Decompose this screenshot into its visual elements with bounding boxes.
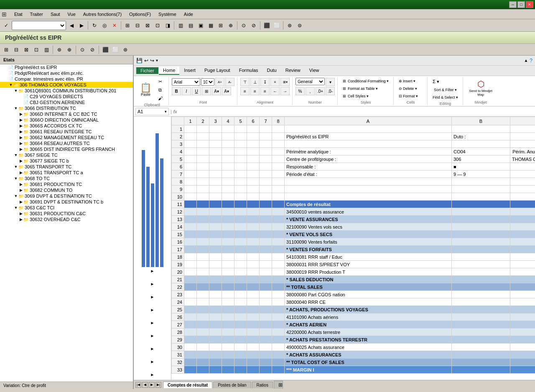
table-cell[interactable]	[272, 193, 285, 201]
table-cell[interactable]	[234, 238, 247, 246]
center-align-button[interactable]: ≡	[250, 87, 260, 95]
table-cell[interactable]	[234, 253, 247, 261]
table-cell[interactable]	[184, 306, 197, 313]
table-cell[interactable]: * ACHATS AERIEN	[285, 321, 452, 328]
table-cell[interactable]	[272, 336, 285, 344]
toolbar-btn-8[interactable]: ▤	[186, 21, 195, 30]
table-cell[interactable]	[222, 238, 234, 246]
tab-next-btn[interactable]: ▶	[149, 382, 155, 388]
table-cell[interactable]	[260, 298, 272, 306]
table-cell[interactable]	[222, 186, 234, 193]
table-cell[interactable]	[197, 321, 209, 328]
window-controls[interactable]: ─ □ ✕	[509, 1, 533, 8]
table-cell[interactable]	[197, 208, 209, 216]
table-cell[interactable]	[510, 344, 535, 351]
table-cell[interactable]	[184, 208, 197, 216]
underline-button[interactable]: U	[192, 87, 201, 95]
table-cell[interactable]	[209, 268, 222, 276]
table-cell[interactable]	[510, 366, 535, 374]
tb2-btn2[interactable]: ⊟	[12, 45, 21, 54]
table-cell[interactable]	[247, 351, 260, 359]
col-header-e[interactable]: 5	[234, 117, 247, 125]
table-cell[interactable]	[285, 178, 452, 186]
tree-item-3063[interactable]: ▼ 📁 3063 C&C TCI	[0, 205, 133, 211]
toolbar-btn-14[interactable]: ⊘	[249, 21, 258, 30]
table-cell[interactable]	[222, 163, 234, 171]
table-cell[interactable]	[222, 359, 234, 366]
table-cell[interactable]	[510, 291, 535, 298]
table-cell[interactable]	[184, 133, 197, 140]
comma-button[interactable]: ,	[306, 87, 315, 95]
table-cell[interactable]: Période d'état :	[285, 171, 452, 178]
table-cell[interactable]	[510, 178, 535, 186]
tab-prev-btn[interactable]: ◀	[142, 382, 148, 388]
table-cell[interactable]	[247, 140, 260, 148]
copy-button[interactable]: ⧉	[154, 86, 166, 94]
tree-item-30631[interactable]: ▶ 📁 30631 PRODUCTION C&C	[0, 211, 133, 216]
table-cell[interactable]	[234, 125, 247, 133]
table-cell[interactable]: Périm. Anu. TCook Voyages	[510, 148, 535, 155]
decrease-decimal-button[interactable]: .0-	[326, 87, 335, 95]
insert-button[interactable]: ⊕ Insert ▾	[397, 78, 425, 84]
toolbar-btn-9[interactable]: ▣	[196, 21, 205, 30]
menu-traiter[interactable]: Traiter	[27, 11, 46, 18]
tree-item-30651[interactable]: ▶ 📁 30651 TRANSPORT TC a	[0, 170, 133, 176]
table-cell[interactable]	[184, 163, 197, 171]
tree-item-root1[interactable]: 📄 Pbg/réel/éct ss EIPR	[0, 64, 133, 70]
table-cell[interactable]	[272, 359, 285, 366]
table-cell[interactable]: 38000040 RRR CE	[285, 298, 452, 306]
table-cell[interactable]	[272, 140, 285, 148]
table-cell[interactable]	[272, 291, 285, 298]
tree-item-cbj[interactable]: 📄 CBJ GESTION AERIENNE	[0, 99, 133, 105]
table-cell[interactable]	[452, 313, 510, 321]
middle-align-button[interactable]: ⊥	[250, 78, 260, 86]
tab-last-btn[interactable]: ▶|	[155, 382, 161, 388]
table-cell[interactable]	[197, 246, 209, 253]
table-cell[interactable]	[247, 148, 260, 155]
table-cell[interactable]: Comptes de résultat	[285, 201, 452, 208]
table-cell[interactable]	[197, 148, 209, 155]
table-cell[interactable]	[234, 313, 247, 321]
toolbar-btn-18[interactable]: ⊜	[295, 21, 304, 30]
wrap-text-button[interactable]: ≡	[270, 78, 280, 86]
table-cell[interactable]	[222, 253, 234, 261]
table-cell[interactable]	[260, 155, 272, 163]
table-cell[interactable]	[234, 231, 247, 238]
table-cell[interactable]	[452, 321, 510, 328]
table-cell[interactable]	[260, 186, 272, 193]
tab-home[interactable]: Home	[159, 66, 179, 75]
ribbon-help-icon[interactable]: ?	[530, 58, 532, 64]
sort-filter-button[interactable]: Sort & Filter ▾	[431, 87, 460, 93]
table-cell[interactable]	[222, 276, 234, 283]
tree-item-30664[interactable]: ▶ 📁 30664 RESEAU AUTRES TC	[0, 140, 133, 146]
table-cell[interactable]	[272, 178, 285, 186]
table-cell[interactable]	[197, 186, 209, 193]
table-cell[interactable]	[197, 231, 209, 238]
table-cell[interactable]	[247, 261, 260, 268]
table-cell[interactable]	[222, 223, 234, 231]
table-cell[interactable]	[209, 351, 222, 359]
number-format-dropdown[interactable]: ▾	[326, 78, 335, 86]
toolbar-btn-17[interactable]: ⊛	[285, 21, 294, 30]
table-cell[interactable]: CO04	[452, 148, 510, 155]
table-cell[interactable]	[247, 163, 260, 171]
table-cell[interactable]	[247, 125, 260, 133]
table-cell[interactable]: Pré-budget	[510, 201, 535, 208]
table-cell[interactable]	[272, 283, 285, 291]
bottom-align-button[interactable]: ↧	[260, 78, 270, 86]
table-cell[interactable]	[247, 193, 260, 201]
fill-color-button[interactable]: A▾	[212, 87, 221, 95]
table-cell[interactable]	[510, 313, 535, 321]
delete-button[interactable]: ⊖ Delete ▾	[397, 85, 425, 92]
col-header-b[interactable]: 2	[197, 117, 209, 125]
table-cell[interactable]	[510, 238, 535, 246]
table-cell[interactable]	[247, 313, 260, 321]
table-cell[interactable]	[234, 328, 247, 336]
table-cell[interactable]	[452, 223, 510, 231]
table-cell[interactable]	[234, 321, 247, 328]
toolbar-dropdown[interactable]	[12, 21, 66, 30]
table-cell[interactable]	[222, 155, 234, 163]
table-cell[interactable]	[510, 216, 535, 223]
table-cell[interactable]	[209, 223, 222, 231]
table-cell[interactable]	[285, 140, 452, 148]
